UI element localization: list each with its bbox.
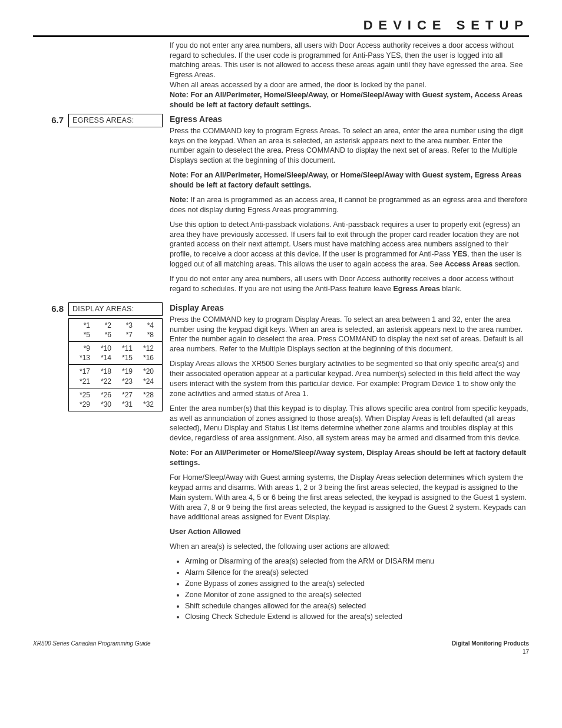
area-cell: *6 <box>92 330 114 340</box>
area-cell: *4 <box>135 321 156 330</box>
list-item: Arming or Disarming of the area(s) selec… <box>185 556 529 566</box>
display-note: Note: For an All/Perimeter or Home/Sleep… <box>170 448 529 468</box>
display-p5: When an area(s) is selected, the followi… <box>170 542 529 552</box>
egress-p1: Press the COMMAND key to program Egress … <box>170 126 529 166</box>
footer-left: XR500 Series Canadian Programming Guide <box>33 640 151 655</box>
area-cell: *24 <box>135 377 156 386</box>
display-title: Display Areas <box>170 302 529 314</box>
section-6-8: 6.8 DISPLAY AREAS: *1*2*3*4*5*6*7*8*9*10… <box>33 302 529 624</box>
egress-title: Egress Areas <box>170 114 529 125</box>
area-cell: *3 <box>114 321 135 330</box>
user-action-list: Arming or Disarming of the area(s) selec… <box>185 556 529 622</box>
display-p3: Enter the area number(s) that this keypa… <box>170 404 529 444</box>
field-box-egress: EGRESS AREAS: <box>68 114 163 127</box>
display-p2: Display Areas allows the XR500 Series bu… <box>170 359 529 399</box>
intro-note: Note: For an All/Perimeter, Home/Sleep/A… <box>170 90 529 110</box>
egress-note1: Note: For an All/Perimeter, Home/Sleep/A… <box>170 170 529 190</box>
section-header: DEVICE SETUP <box>33 17 529 35</box>
area-cell: *12 <box>135 344 156 353</box>
area-cell: *29 <box>71 400 92 409</box>
area-cell: *8 <box>135 330 156 340</box>
user-action-heading: User Action Allowed <box>170 527 529 537</box>
area-cell: *22 <box>92 377 114 386</box>
list-item: Shift schedule changes allowed for the a… <box>185 601 529 611</box>
display-p4: For Home/Sleep/Away with Guest arming sy… <box>170 473 529 522</box>
area-cell: *26 <box>92 390 114 400</box>
intro-p2: When all areas accessed by a door are ar… <box>170 80 529 90</box>
intro-p1: If you do not enter any area numbers, al… <box>170 41 529 81</box>
intro-block: If you do not enter any area numbers, al… <box>170 41 529 110</box>
egress-p3: If you do not enter any area numbers, al… <box>170 274 529 294</box>
egress-p2: Use this option to detect Anti-passback … <box>170 220 529 269</box>
area-cell: *2 <box>92 321 114 330</box>
area-cell: *28 <box>135 390 156 400</box>
area-cell: *16 <box>135 353 156 363</box>
page-footer: XR500 Series Canadian Programming Guide … <box>33 640 529 655</box>
area-cell: *1 <box>71 321 92 330</box>
area-cell: *32 <box>135 400 156 409</box>
area-cell: *18 <box>92 367 114 376</box>
area-cell: *21 <box>71 377 92 386</box>
area-cell: *31 <box>114 400 135 409</box>
area-cell: *5 <box>71 330 92 340</box>
section-number: 6.8 <box>33 302 68 315</box>
section-6-7: 6.7 EGRESS AREAS: Egress Areas Press the… <box>33 114 529 299</box>
area-cell: *27 <box>114 390 135 400</box>
footer-brand: Digital Monitoring Products <box>452 640 529 648</box>
section-number: 6.7 <box>33 114 68 126</box>
area-cell: *11 <box>114 344 135 353</box>
list-item: Closing Check Schedule Extend is allowed… <box>185 612 529 622</box>
list-item: Zone Monitor of zone assigned to the are… <box>185 590 529 600</box>
area-cell: *17 <box>71 367 92 376</box>
display-p1: Press the COMMAND key to program Display… <box>170 315 529 355</box>
field-box-display: DISPLAY AREAS: <box>68 302 163 316</box>
area-cell: *25 <box>71 390 92 400</box>
area-cell: *13 <box>71 353 92 363</box>
area-cell: *20 <box>135 367 156 376</box>
list-item: Zone Bypass of zones assigned to the are… <box>185 579 529 589</box>
area-cell: *10 <box>92 344 114 353</box>
area-cell: *7 <box>114 330 135 340</box>
area-cell: *23 <box>114 377 135 386</box>
list-item: Alarm Silence for the area(s) selected <box>185 568 529 578</box>
display-areas-table: *1*2*3*4*5*6*7*8*9*10*11*12*13*14*15*16*… <box>68 318 163 412</box>
area-cell: *19 <box>114 367 135 376</box>
area-cell: *30 <box>92 400 114 409</box>
area-cell: *9 <box>71 344 92 353</box>
page-header: DEVICE SETUP <box>33 17 529 37</box>
area-cell: *15 <box>114 353 135 363</box>
footer-page: 17 <box>452 648 529 656</box>
area-cell: *14 <box>92 353 114 363</box>
egress-note2: Note: If an area is programmed as an acc… <box>170 195 529 215</box>
